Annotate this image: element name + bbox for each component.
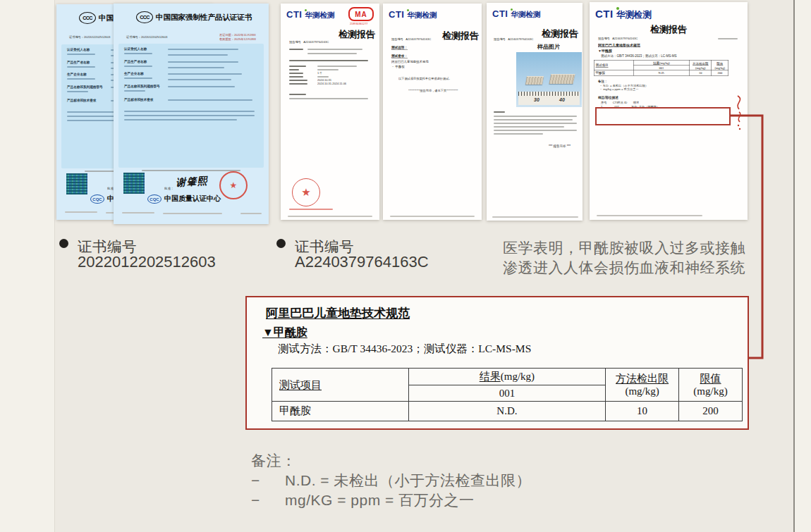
text-line [494, 133, 543, 135]
report-number-line: 报告编号A2240379764163C [289, 40, 329, 44]
cti-logo: CTI 华测检测 [595, 8, 652, 21]
th-mdl-unit: (mg/kg) [607, 385, 677, 397]
field-label: 产品生产者名称 [124, 60, 147, 64]
field-label: 生产企业名称 [67, 73, 87, 77]
text-line [289, 98, 368, 99]
cti-logo-cn: 华测检测 [616, 9, 652, 21]
td-sample-id: 001 [408, 385, 606, 402]
report-number-value: A2240379764163C [406, 37, 431, 41]
text-line [597, 215, 702, 216]
mat-sample-piece [549, 74, 575, 84]
cti-logo-cn: 华测检测 [305, 11, 334, 20]
red-star-seal: ★ [292, 178, 320, 206]
note-line: −mg/KG = ppm = 百万分之一 [251, 490, 475, 510]
approve-label: 批准： [164, 187, 174, 190]
cti-logo-dot [305, 9, 307, 11]
note-dash: − [251, 472, 285, 489]
report-number-label: 报告编号 [391, 37, 403, 41]
cert-expiry-date: 有效期至：2025年12月09日 [219, 37, 256, 41]
sample-desc-title: 样品/部位描述 [598, 96, 618, 100]
text-line [289, 69, 299, 70]
text-line [168, 49, 238, 50]
text-line [317, 66, 357, 67]
text-line [494, 116, 577, 117]
cqc-logo-text: CQC [150, 197, 159, 202]
cti-logo-en: CTI [595, 8, 614, 20]
sample-desc-header: 序号 CTI样品 ID 描述 [601, 101, 639, 104]
td-mdl: 10 [606, 402, 679, 421]
report-title: 检测报告 [339, 29, 375, 40]
background-left-edge-line [54, 0, 55, 532]
td-test-item: 甲酰胺 [272, 402, 409, 421]
text-line [124, 78, 152, 79]
cti-logo: CTI 华测检测 [286, 9, 334, 20]
cqc-logo: CQC [147, 194, 161, 204]
field-label: 认证委托人名称 [124, 47, 147, 51]
cti-logo-en: CTI [492, 8, 508, 19]
ccc-logo: CCC [136, 11, 153, 23]
text-line [168, 67, 224, 68]
ccc-logo-text: CCC [83, 16, 92, 20]
requirement-spec: 阿里巴巴儿童地垫技术规范 [391, 60, 429, 63]
text-line [67, 66, 95, 68]
test-date: 2024.10.31-2024.11.06 [317, 82, 346, 85]
cma-mark: MA [348, 7, 374, 21]
cti-logo-dot [407, 9, 409, 11]
highlight-rectangle [595, 107, 731, 125]
text-line [289, 80, 307, 81]
text-line [124, 90, 145, 92]
qr-code [123, 173, 145, 194]
td-limit: 200 [679, 402, 743, 421]
sample-photo-title: 样品图片 [537, 44, 560, 51]
mat-sample-piece [525, 76, 544, 85]
ccc-certificate-front: CCC 中国国家强制性产品认证证书 证书编号：2022012202512603 … [114, 4, 269, 224]
page-info-line [718, 38, 738, 39]
text-line [289, 76, 303, 78]
field-label: 产品标准和技术要求 [67, 99, 96, 103]
bullet-dot [59, 239, 68, 248]
field-label: 产品生产者名称 [67, 61, 90, 65]
cti-logo-en: CTI [389, 9, 404, 20]
requirement-item: － 甲酰胺 [391, 65, 405, 68]
mini-td-mdl: 10 [690, 70, 712, 76]
report-title: 检测报告 [442, 30, 479, 42]
th-mdl: 方法检出限 [607, 372, 677, 385]
note-line: −N.D. = 未检出（小于方法检查出限） [251, 471, 531, 490]
spec-subtitle-small: ▼甲酰胺 [598, 49, 612, 53]
text-line [494, 123, 577, 124]
text-line [168, 99, 252, 101]
report-number-line: 报告编号A2240379764163C [598, 37, 638, 40]
cti-report-2: CTI 华测检测 检测报告 报告编号A2240379764163C 测试说明： … [383, 4, 482, 220]
note-dash: − [251, 492, 285, 509]
cti-report-1: CTI 华测检测 MA 218930361277 检测报告 报告编号A22403… [281, 4, 379, 220]
cert-number-line: 证书编号：2022012202512603 [126, 35, 167, 39]
text-line [65, 211, 97, 213]
cti-logo-cn: 华测检测 [511, 10, 540, 20]
text-line [124, 53, 152, 54]
spec-box-title: 阿里巴巴儿童地垫技术规范 [266, 307, 410, 321]
spec-box-method-line: 测试方法：GB/T 34436-2023；测试仪器：LC-MS-MS [278, 342, 531, 356]
report-title: 检测报告 [590, 23, 748, 36]
result-table: 测试项目 结果(mg/kg) 方法检出限(mg/kg) 限值(mg/kg) 00… [272, 368, 743, 421]
mini-td-limit: 200 [712, 70, 728, 76]
report-number-line: 报告编号A2240379764163C [391, 37, 431, 41]
report-number-value: A2240379764163C [303, 40, 329, 44]
text-line [494, 111, 505, 113]
spec-box: 阿里巴巴儿童地垫技术规范 ▼甲酰胺 测试方法：GB/T 34436-2023；测… [245, 296, 749, 430]
text-line [124, 111, 255, 112]
red-round-seal: ★ [219, 171, 248, 199]
note-line: 以下测试项目按委托单位要求进行测试。 [398, 77, 452, 80]
field-label: 生产企业名称 [124, 72, 144, 76]
bullet-dot [276, 239, 286, 248]
field-label: 产品名称和系列规格型号 [67, 85, 103, 89]
mini-th-mdl-unit: (mg/kg) [690, 66, 710, 69]
sample-photo: 30 40 [516, 52, 582, 107]
text-line [288, 216, 372, 217]
cert-title: 中国国家强制性产品认证证书 [156, 13, 252, 22]
mini-td-item: 甲酰胺 [594, 70, 633, 76]
th-limit: 限值 [681, 372, 740, 385]
text-line [494, 130, 577, 131]
mini-result-table-grid: 测试项目 结果(mg/kg) 方法检出限(mg/kg) 限值(mg/kg) 00… [594, 60, 728, 76]
text-line [289, 94, 306, 95]
cti-logo-cn: 华测检测 [407, 11, 437, 20]
